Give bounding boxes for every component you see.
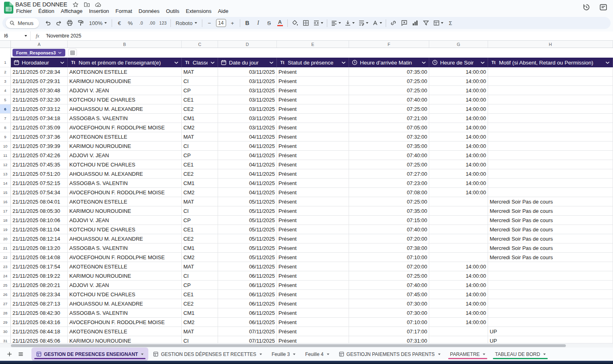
cell-F24[interactable]: 07:25:00 (349, 271, 429, 281)
cell-B27[interactable]: AHOUASSOU M. ALEXANDRE (68, 299, 182, 308)
cell-A21[interactable]: 21/11/2025 08:13:20 (11, 243, 68, 253)
cell-D7[interactable]: 03/11/2025 (218, 114, 277, 123)
cell-B10[interactable]: KARIMOU NOUROUDINE (68, 141, 182, 151)
sheet-tab-2[interactable]: GESTION DES DÉPENSES ET RECETTES (148, 347, 267, 361)
cell-H17[interactable]: Mercredi Soir Pas de cours (488, 206, 613, 216)
cell-F18[interactable]: 07:15:00 (349, 216, 429, 225)
cell-B18[interactable]: ADJOVI V. JEAN (68, 216, 182, 225)
cell-G13[interactable]: 14:00:00 (429, 169, 488, 179)
text-wrap-button[interactable] (357, 18, 370, 28)
cell-C10[interactable]: CI (182, 141, 218, 151)
cell-G27[interactable]: 14:00:00 (429, 299, 488, 308)
cell-D22[interactable]: 05/11/2025 (218, 253, 277, 262)
cell-H20[interactable]: Mercredi Soir Pas de cours (488, 234, 613, 243)
cell-C17[interactable]: CI (182, 206, 218, 216)
print-button[interactable] (64, 18, 75, 28)
cell-G5[interactable]: 14:00:00 (429, 95, 488, 104)
cell-A13[interactable]: 21/11/2025 07:51:20 (11, 169, 68, 179)
cell-G14[interactable]: 14:00:00 (429, 179, 488, 188)
row-header-4[interactable]: 4 (0, 86, 11, 95)
column-header-H[interactable]: H (488, 41, 613, 48)
cell-E7[interactable]: Présent (277, 114, 349, 123)
cell-F28[interactable]: 07:30:00 (349, 308, 429, 318)
cell-D12[interactable]: 04/11/2025 (218, 160, 277, 169)
cell-F2[interactable]: 07:35:00 (349, 67, 429, 77)
row-header-9[interactable]: 9 (0, 132, 11, 141)
cell-A7[interactable]: 21/11/2025 07:34:18 (11, 114, 68, 123)
cell-G29[interactable]: 14:00:00 (429, 318, 488, 327)
cell-C6[interactable]: CE2 (182, 104, 218, 114)
cell-A19[interactable]: 21/11/2025 08:11:04 (11, 225, 68, 234)
row-header-1[interactable]: 1 (0, 58, 11, 67)
column-header-cell-F[interactable]: Heure d’arrivée Matin (349, 58, 429, 67)
cell-G17[interactable] (429, 206, 488, 216)
format-currency-button[interactable]: € (114, 18, 125, 28)
cell-D8[interactable]: 03/11/2025 (218, 123, 277, 132)
sheet-tab-4[interactable]: Feuille 4 (300, 347, 334, 361)
cell-G15[interactable]: 14:00:00 (429, 188, 488, 197)
column-header-B[interactable]: B (68, 41, 182, 48)
cell-A25[interactable]: 21/11/2025 08:20:21 (11, 281, 68, 290)
font-family-dropdown[interactable]: Roboto (173, 18, 200, 28)
cell-D5[interactable]: 03/11/2025 (218, 95, 277, 104)
cell-B2[interactable]: AKOTEGNON ESTELLE (68, 67, 182, 77)
cell-B22[interactable]: AVOCEFOHOUN F. RODOLPHE MOISE (68, 253, 182, 262)
cell-C21[interactable]: CM1 (182, 243, 218, 253)
filter-views-button[interactable] (432, 18, 445, 28)
cell-H29[interactable] (488, 318, 613, 327)
cell-D19[interactable]: 05/11/2025 (218, 225, 277, 234)
cell-E13[interactable]: Présent (277, 169, 349, 179)
cell-G16[interactable] (429, 197, 488, 206)
create-filter-button[interactable] (421, 18, 431, 28)
cell-H30[interactable]: UP (488, 327, 613, 336)
row-header-14[interactable]: 14 (0, 179, 11, 188)
cell-C11[interactable]: CP (182, 151, 218, 160)
cell-C7[interactable]: CM1 (182, 114, 218, 123)
row-header-22[interactable]: 22 (0, 253, 11, 262)
cell-H31[interactable]: UP (488, 336, 613, 343)
cell-C15[interactable]: CM2 (182, 188, 218, 197)
cell-F8[interactable]: 07:05:00 (349, 123, 429, 132)
cell-G20[interactable] (429, 234, 488, 243)
cell-F4[interactable]: 07:25:00 (349, 86, 429, 95)
column-header-E[interactable]: E (277, 41, 349, 48)
cell-G7[interactable]: 14:00:00 (429, 114, 488, 123)
cell-H4[interactable] (488, 86, 613, 95)
cell-H28[interactable] (488, 308, 613, 318)
cell-F26[interactable]: 07:45:00 (349, 290, 429, 299)
cell-E14[interactable]: Présent (277, 179, 349, 188)
merge-cells-button[interactable] (312, 18, 325, 28)
cell-E4[interactable]: Présent (277, 86, 349, 95)
cell-A31[interactable]: 21/11/2025 08:45:06 (11, 336, 68, 343)
filter-dropdown-icon[interactable] (605, 60, 610, 65)
cell-H2[interactable] (488, 67, 613, 77)
increase-decimals-button[interactable]: .00 (147, 18, 157, 28)
cell-B11[interactable]: ADJOVI V. JEAN (68, 151, 182, 160)
cell-D3[interactable]: 03/11/2025 (218, 77, 277, 86)
menu-outils[interactable]: Outils (163, 8, 183, 15)
cell-C9[interactable]: MAT (182, 132, 218, 141)
cell-E10[interactable]: Présent (277, 141, 349, 151)
cell-A28[interactable]: 21/11/2025 08:42:30 (11, 308, 68, 318)
filter-dropdown-icon[interactable] (421, 60, 426, 65)
cell-A14[interactable]: 21/11/2025 07:52:15 (11, 179, 68, 188)
cell-D25[interactable]: 06/11/2025 (218, 281, 277, 290)
cloud-status-icon[interactable] (95, 2, 101, 8)
row-header-26[interactable]: 26 (0, 290, 11, 299)
menus-search-button[interactable]: Menus (6, 18, 39, 28)
cell-H27[interactable] (488, 299, 613, 308)
cell-D23[interactable]: 06/11/2025 (218, 262, 277, 271)
row-header-30[interactable]: 30 (0, 327, 11, 336)
cell-B5[interactable]: KOTCHOU N'DE CHARLES (68, 95, 182, 104)
cell-G11[interactable]: 14:00:00 (429, 151, 488, 160)
row-header-23[interactable]: 23 (0, 262, 11, 271)
cell-G19[interactable] (429, 225, 488, 234)
cell-A22[interactable]: 21/11/2025 08:14:08 (11, 253, 68, 262)
cell-H23[interactable] (488, 262, 613, 271)
cell-B7[interactable]: ASSOGBA S. VALENTIN (68, 114, 182, 123)
cell-E27[interactable]: Présent (277, 299, 349, 308)
more-formats-button[interactable]: 123 (158, 18, 168, 28)
cell-F25[interactable]: 07:40:00 (349, 281, 429, 290)
cell-C18[interactable]: CP (182, 216, 218, 225)
cell-H16[interactable]: Mercredi Soir Pas de cours (488, 197, 613, 206)
